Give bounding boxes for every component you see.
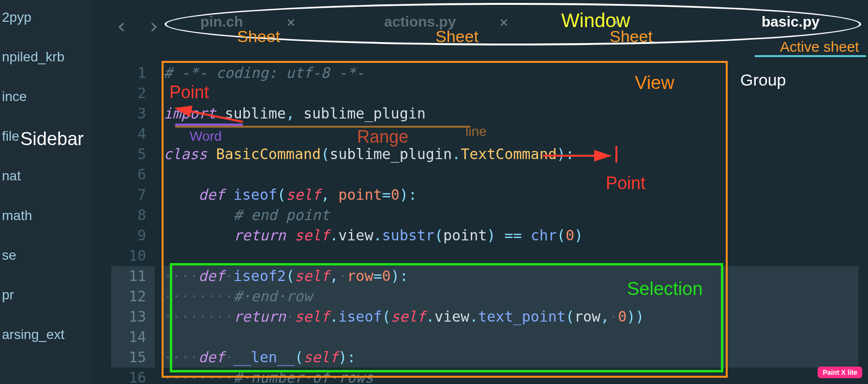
tab-nav-next-icon[interactable]: › [148,14,161,38]
active-tab-underline [755,55,866,57]
sheet-annotation-label-2: Sheet [435,27,479,46]
word-annotation-label: Word [190,129,222,144]
tab-nav-prev-icon[interactable]: ‹ [115,14,128,38]
sidebar-item[interactable]: npiled_krb [0,45,92,69]
sidebar-item[interactable]: pr [0,283,92,307]
gutter-line-number: 16 [111,368,155,384]
text-cursor [615,146,617,162]
paintx-watermark: Paint X lite [818,367,862,378]
sidebar-item[interactable]: ince [0,85,92,108]
gutter-line-number: 3 [111,103,155,124]
line-underline [175,125,470,130]
gutter-line-number: 5 [111,144,155,164]
gutter-line-number: 9 [111,225,155,246]
sidebar-item[interactable]: math [0,204,92,227]
sheet-annotation-label-3: Sheet [610,27,653,46]
gutter-line-number: 13 [111,307,155,327]
gutter-line-number: 6 [111,164,155,185]
gutter-line-number: 4 [111,124,155,144]
point-annotation-label-1: Point [169,82,209,103]
active-sheet-annotation-label: Active sheet [780,39,859,55]
gutter-line-number: 8 [111,205,155,225]
sidebar-item[interactable]: se [0,244,92,267]
gutter-line-number: 7 [111,185,155,205]
sidebar[interactable]: 2pypnpiled_krbincefilenatmathseprarsing_… [0,0,92,384]
range-annotation-label: Range [357,127,408,147]
gutter-line-number: 1 [111,63,155,83]
selection-annotation-label: Selection [627,279,703,299]
gutter-line-number: 11 [111,266,155,286]
gutter-line-number: 14 [111,327,155,347]
gutter-line-number: 2 [111,83,155,103]
sheet-annotation-label-1: Sheet [237,27,280,46]
point-arrow-2 [538,145,615,174]
point-annotation-label-2: Point [606,173,645,193]
sidebar-annotation-label: Sidebar [20,129,84,149]
gutter-line-number: 10 [111,246,155,266]
gutter-line-number: 15 [111,347,155,368]
gutter: 12345678910111213141516 [111,63,155,384]
view-annotation-label: View [635,73,674,93]
sidebar-item[interactable]: nat [0,164,92,188]
sidebar-item[interactable]: 2pyp [0,6,92,29]
gutter-line-number: 12 [111,286,155,307]
sidebar-item[interactable]: arsing_ext [0,323,92,346]
svg-line-0 [176,108,243,122]
tab-nav-arrows: ‹ › [115,14,160,38]
